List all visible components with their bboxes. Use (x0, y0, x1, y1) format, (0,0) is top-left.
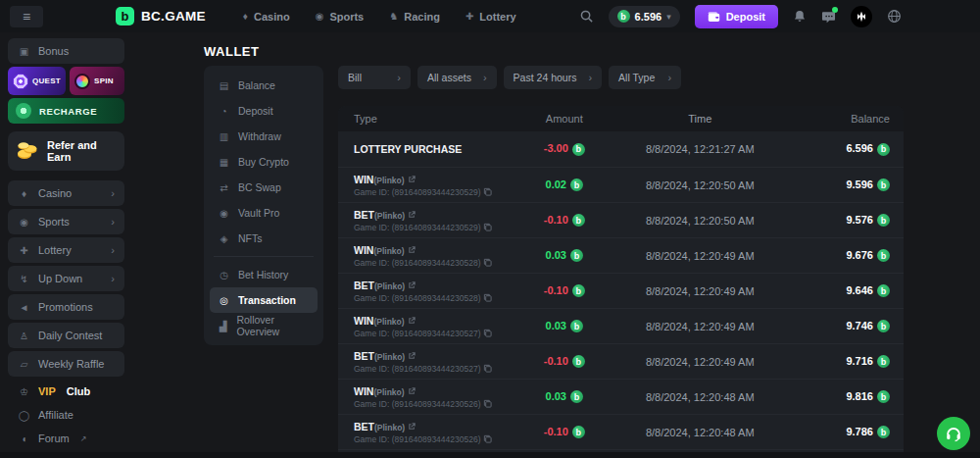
bc-coin-icon: b (877, 143, 890, 156)
live-support-button[interactable] (937, 417, 970, 450)
sidebar-card-quest[interactable]: QUEST (8, 67, 66, 95)
topbar: ≡ b BC.GAME ♦Casino◉Sports♞Racing✚Lotter… (0, 0, 980, 32)
wallet-icon (708, 11, 720, 23)
type-line: LOTTERY PURCHASE (354, 143, 519, 155)
topbar-right: b 6.596 ▾ Deposit (579, 5, 902, 28)
table-row: LOTTERY PURCHASE-3.00b8/8/2024, 12:21:27… (338, 131, 904, 167)
cell-balance: 9.786b (791, 426, 904, 439)
balance-selector[interactable]: b 6.596 ▾ (609, 6, 680, 27)
forum-icon: ◖ (18, 433, 30, 444)
sports-icon: ◉ (316, 11, 324, 22)
card-label: SPIN (94, 76, 114, 85)
sidebar-item-casino[interactable]: ♦Casino› (8, 180, 124, 206)
sidebar-item-bonus[interactable]: ▣ Bonus (8, 38, 124, 64)
copy-icon[interactable] (483, 329, 492, 337)
user-avatar[interactable] (851, 6, 872, 27)
cell-balance: 9.716b (791, 355, 904, 369)
game-link-icon[interactable] (408, 351, 416, 360)
copy-icon[interactable] (483, 434, 492, 443)
updown-icon: ↯ (18, 274, 30, 284)
filter-bill[interactable]: Bill› (338, 66, 411, 89)
nav-item-lottery[interactable]: ✚Lottery (466, 11, 516, 23)
filter-all-assets[interactable]: All assets› (417, 66, 497, 89)
copy-icon[interactable] (483, 399, 492, 408)
copy-icon[interactable] (483, 293, 492, 302)
game-link-icon[interactable] (408, 210, 416, 219)
chevron-right-icon: › (588, 72, 592, 83)
cell-amount: 0.03b (519, 320, 610, 333)
game-link-icon[interactable] (408, 386, 416, 395)
logo[interactable]: b BC.GAME (116, 7, 206, 25)
sidebar-item-refer-and-earn[interactable]: Refer and Earn (8, 131, 124, 171)
bc-coin-icon: b (570, 178, 583, 191)
raffle-icon: ▱ (18, 359, 30, 370)
wallet-menu-item-withdraw[interactable]: ▥Withdraw (210, 124, 318, 149)
deposit-button[interactable]: Deposit (695, 5, 778, 28)
sidebar-item-lottery[interactable]: ✚Lottery› (8, 237, 124, 263)
sidebar-item-forum[interactable]: ◖Forum↗ (8, 427, 124, 450)
sidebar-item-label: Club (67, 385, 90, 397)
wallet-menu-item-buy-crypto[interactable]: ▦Buy Crypto (210, 149, 318, 175)
wallet-menu-item-rollover-overview[interactable]: ▟Rollover Overview (210, 313, 318, 338)
game-link-icon[interactable] (408, 245, 416, 254)
wallet-menu-item-bc-swap[interactable]: ⇄BC Swap (210, 175, 318, 200)
wallet-menu-item-bet-history[interactable]: ◷Bet History (210, 262, 318, 287)
game-id-text: Game ID: (891640893444230529) (354, 187, 480, 197)
sidebar-item-affiliate[interactable]: ◯Affiliate (8, 403, 124, 427)
chat-icon[interactable] (821, 10, 836, 24)
cell-balance: 6.596b (791, 142, 904, 156)
filter-past-24-hours[interactable]: Past 24 hours› (504, 66, 602, 89)
sidebar-item-label: Affiliate (38, 409, 74, 421)
game-link-icon[interactable] (408, 175, 416, 183)
wallet-menu-label: Balance (238, 79, 275, 91)
amount-value: -0.10 (544, 355, 568, 367)
nav-item-racing[interactable]: ♞Racing (389, 11, 440, 23)
filter-all-type[interactable]: All Type› (609, 66, 681, 89)
game-link-icon[interactable] (408, 280, 416, 289)
casino-icon: ♦ (243, 11, 248, 22)
bc-coin-icon: b (572, 214, 585, 227)
wallet-menu-item-nfts[interactable]: ◈NFTs (210, 226, 318, 251)
nav-item-sports[interactable]: ◉Sports (316, 11, 365, 23)
copy-icon[interactable] (483, 223, 492, 231)
game-id-text: Game ID: (891640893444230526) (354, 399, 480, 409)
deposit-label: Deposit (726, 11, 765, 23)
sidebar-card-spin[interactable]: SPIN (70, 67, 124, 95)
search-icon[interactable] (579, 9, 594, 24)
nav-item-casino[interactable]: ♦Casino (243, 11, 290, 23)
notifications-bell-icon[interactable] (793, 9, 807, 24)
affiliate-icon: ◯ (18, 410, 30, 421)
table-body: LOTTERY PURCHASE-3.00b8/8/2024, 12:21:27… (338, 131, 904, 458)
wallet-menu-item-balance[interactable]: ▤Balance (210, 73, 318, 98)
promotions-icon: ◄ (18, 302, 30, 313)
game-name: (Plinko) (373, 387, 404, 397)
cell-amount: -0.10b (519, 284, 610, 298)
wallet-menu-item-deposit[interactable]: ◔Deposit (210, 98, 318, 124)
sidebar-item-sports[interactable]: ◉Sports› (8, 209, 124, 234)
sidebar-item-vipclub[interactable]: ♔VIPClub (8, 380, 124, 403)
hamburger-menu-icon[interactable]: ≡ (10, 6, 43, 27)
wallet-menu-item-transaction[interactable]: ◎Transaction (210, 287, 318, 313)
chevron-right-icon: › (111, 244, 115, 256)
transaction-type: WIN (354, 315, 373, 327)
sidebar-item-daily-contest[interactable]: ♙Daily Contest (8, 323, 124, 348)
balance-value: 9.596 (846, 178, 873, 190)
sidebar-item-label: Sports (38, 216, 70, 228)
sidebar-item-promotions[interactable]: ◄Promotions (8, 294, 124, 320)
language-globe-icon[interactable] (887, 9, 902, 24)
sidebar-item-recharge[interactable]: RECHARGE (8, 98, 124, 124)
game-link-icon[interactable] (408, 316, 416, 325)
game-id-text: Game ID: (891640893444230529) (354, 223, 480, 232)
copy-icon[interactable] (483, 364, 492, 373)
chevron-right-icon: › (111, 216, 115, 228)
spin-icon (74, 74, 90, 89)
copy-icon[interactable] (483, 258, 492, 267)
wallet-menu-item-vault-pro[interactable]: ◉Vault Pro (210, 200, 318, 226)
sidebar-item-weekly-raffle[interactable]: ▱Weekly Raffle (8, 351, 124, 377)
cell-time: 8/8/2024, 12:20:49 AM (610, 250, 791, 262)
logo-text: BC.GAME (141, 9, 206, 24)
copy-icon[interactable] (483, 187, 492, 196)
sidebar-item-up-down[interactable]: ↯Up Down› (8, 266, 124, 291)
filter-label: All Type (618, 72, 655, 83)
game-link-icon[interactable] (408, 422, 416, 431)
